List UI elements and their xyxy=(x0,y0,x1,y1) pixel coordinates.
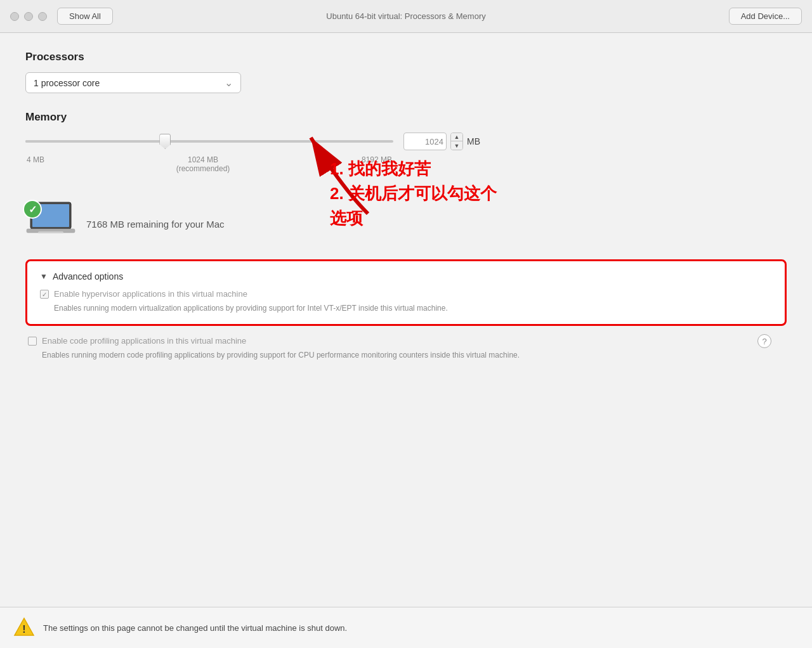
slider-label-min: 4 MB xyxy=(27,155,44,173)
memory-stepper-up[interactable]: ▲ xyxy=(451,133,462,141)
slider-label-mid: 1024 MB (recommended) xyxy=(176,155,230,173)
processor-stepper-icon: ⌄ xyxy=(225,77,233,89)
minimize-light[interactable] xyxy=(24,12,33,21)
slider-fill xyxy=(25,140,165,143)
advanced-options-box: ▼ Advanced options ✓ Enable hypervisor a… xyxy=(25,259,787,326)
memory-stepper[interactable]: ▲ ▼ xyxy=(450,133,463,150)
mac-remaining-text: 7168 MB remaining for your Mac xyxy=(86,219,225,230)
hypervisor-description: Enables running modern virtualization ap… xyxy=(54,302,772,314)
hypervisor-label: Enable hypervisor applications in this v… xyxy=(54,289,247,299)
warning-icon: ! xyxy=(13,616,36,639)
close-light[interactable] xyxy=(10,12,19,21)
svg-text:!: ! xyxy=(22,624,25,635)
titlebar: Show All Ubuntu 64-bit virtual: Processo… xyxy=(0,0,812,33)
processor-select-value: 1 processor core xyxy=(34,78,100,88)
slider-thumb[interactable] xyxy=(159,134,171,149)
svg-rect-3 xyxy=(38,231,63,233)
status-bar: ! The settings on this page cannot be ch… xyxy=(0,607,812,648)
show-all-button[interactable]: Show All xyxy=(57,8,113,25)
processors-section: Processors 1 processor core ⌄ xyxy=(25,51,787,93)
memory-input-group: ▲ ▼ MB xyxy=(403,133,480,150)
help-button[interactable]: ? xyxy=(757,334,771,348)
hypervisor-checkbox[interactable]: ✓ xyxy=(40,290,49,299)
window-title: Ubuntu 64-bit virtual: Processors & Memo… xyxy=(326,11,485,21)
code-profiling-option-row: Enable code profiling applications in th… xyxy=(28,336,784,346)
fullscreen-light[interactable] xyxy=(38,12,47,21)
advanced-options-wrapper: ▼ Advanced options ✓ Enable hypervisor a… xyxy=(25,259,787,361)
memory-value-input[interactable] xyxy=(403,133,447,150)
processor-select[interactable]: 1 processor core ⌄ xyxy=(25,72,241,93)
checkmark-badge: ✓ xyxy=(23,200,42,219)
status-message: The settings on this page cannot be chan… xyxy=(43,623,347,633)
memory-title: Memory xyxy=(25,111,787,124)
advanced-options-header: ▼ Advanced options xyxy=(40,271,772,282)
processors-title: Processors xyxy=(25,51,787,63)
annotation-text: 1. 找的我好苦 2. 关机后才可以勾这个 选项 xyxy=(330,157,497,231)
hypervisor-option-row: ✓ Enable hypervisor applications in this… xyxy=(40,289,772,299)
traffic-lights xyxy=(10,12,47,21)
code-profiling-checkbox[interactable] xyxy=(28,337,37,346)
advanced-options-triangle: ▼ xyxy=(40,272,48,281)
mac-info-row: ✓ 7168 MB remaining for your Mac xyxy=(25,201,225,247)
add-device-button[interactable]: Add Device... xyxy=(729,8,802,25)
annotation-line2: 2. 关机后才可以勾这个 xyxy=(330,181,497,206)
code-profiling-label: Enable code profiling applications in th… xyxy=(42,336,246,346)
main-content: Processors 1 processor core ⌄ Memory ▲ ▼… xyxy=(0,33,812,607)
mac-info-area: ✓ 7168 MB remaining for your Mac 1. 找的我好… xyxy=(25,188,787,259)
memory-slider-row: ▲ ▼ MB xyxy=(25,133,787,150)
code-profiling-section: Enable code profiling applications in th… xyxy=(25,336,787,361)
annotation-line1: 1. 找的我好苦 xyxy=(330,157,497,181)
code-profiling-description: Enables running modern code profiling ap… xyxy=(42,349,784,361)
mac-icon-container: ✓ xyxy=(25,201,76,247)
advanced-options-title: Advanced options xyxy=(53,271,123,282)
annotation-overlay: 1. 找的我好苦 2. 关机后才可以勾这个 选项 xyxy=(330,157,497,231)
memory-stepper-down[interactable]: ▼ xyxy=(451,141,462,150)
annotation-line3: 选项 xyxy=(330,206,497,231)
memory-unit: MB xyxy=(467,136,480,146)
